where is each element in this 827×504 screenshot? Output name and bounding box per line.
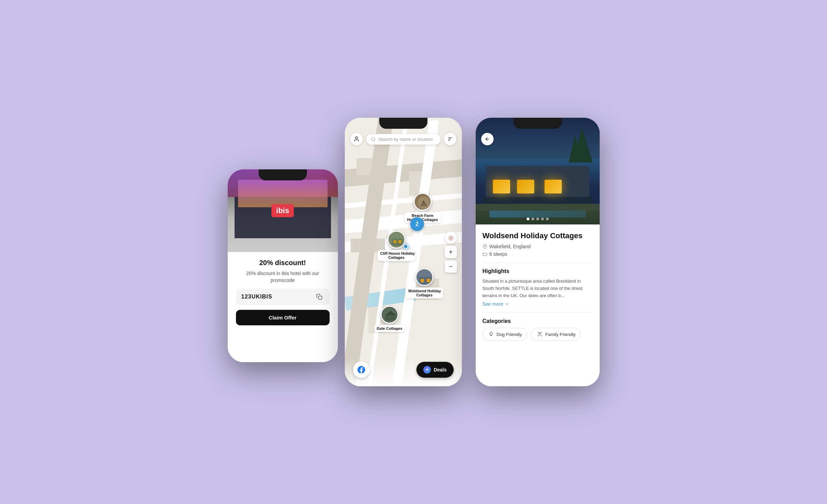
filter-button[interactable] <box>444 133 456 145</box>
deals-label: Deals <box>434 367 446 372</box>
facebook-button[interactable] <box>353 361 370 378</box>
phone-ibis: ibis 20% discount! 20% discount in Ibis … <box>228 169 338 362</box>
ibis-card-content: 20% discount! 20% discount in Ibis hotel… <box>228 252 338 332</box>
map-controls: ◎ + − <box>445 231 457 273</box>
map-pin-gate-cottages[interactable]: Gate Cottages <box>374 306 405 332</box>
pin-image-woldsend <box>415 268 433 286</box>
chevron-down-icon <box>505 302 509 306</box>
location-text: Wakefield, England <box>489 244 531 249</box>
categories-row: Dog Friendly <box>483 328 593 341</box>
app-scene: ibis 20% discount! 20% discount in Ibis … <box>0 0 827 504</box>
copy-icon[interactable] <box>314 292 324 302</box>
search-icon <box>371 137 376 141</box>
detail-hero <box>476 118 600 224</box>
zoom-in-button[interactable]: + <box>445 246 457 258</box>
facebook-icon <box>358 366 365 374</box>
dot-2 <box>531 218 534 220</box>
filter-icon <box>447 136 453 142</box>
svg-rect-16 <box>421 279 424 282</box>
svg-rect-0 <box>318 296 322 300</box>
pin-image-beach-farm <box>414 193 432 211</box>
notch-ibis <box>259 169 307 180</box>
dot-1 <box>527 218 529 220</box>
map-pin-cliff-house[interactable]: Cliff House HolidayCottages <box>378 231 415 261</box>
map-header: Search by name or location <box>345 118 462 149</box>
dot-4 <box>541 218 544 220</box>
back-button[interactable] <box>481 133 494 145</box>
ibis-card: ibis 20% discount! 20% discount in Ibis … <box>228 169 338 362</box>
category-dog-friendly: Dog Friendly <box>483 328 527 341</box>
search-placeholder: Search by name or location <box>379 137 436 142</box>
location-icon <box>483 244 487 249</box>
search-bar[interactable]: Search by name or location <box>366 134 441 145</box>
ibis-logo: ibis <box>271 204 294 217</box>
pin-label-cliff-house: Cliff House HolidayCottages <box>378 250 415 261</box>
svg-point-21 <box>484 245 486 247</box>
section-divider-2 <box>483 312 593 313</box>
svg-line-3 <box>374 140 375 141</box>
dog-icon <box>488 331 495 338</box>
svg-point-26 <box>540 332 541 333</box>
svg-rect-22 <box>483 253 487 256</box>
highlights-title: Highlights <box>483 268 593 274</box>
svg-rect-19 <box>385 315 396 321</box>
property-title: Woldsend Holiday Cottages <box>483 231 593 240</box>
see-more-label: See more <box>483 301 504 307</box>
phone-detail: Woldsend Holiday Cottages Wakefield, Eng… <box>476 118 600 386</box>
svg-point-25 <box>538 332 539 333</box>
sleeps-row: 6 sleeps <box>483 251 593 257</box>
map-pin-woldsend[interactable]: Woldsend HolidayCottages <box>405 268 443 298</box>
family-friendly-label: Family Friendly <box>545 332 576 337</box>
svg-rect-17 <box>427 279 430 282</box>
highlights-text: Situated in a picturesque area called Br… <box>483 278 593 299</box>
detail-content: Woldsend Holiday Cottages Wakefield, Eng… <box>476 224 600 386</box>
svg-rect-13 <box>399 240 401 243</box>
profile-button[interactable] <box>350 133 363 145</box>
compass-button[interactable]: ◎ <box>445 231 457 244</box>
category-family-friendly: Family Friendly <box>531 328 581 341</box>
ibis-discount-title: 20% discount! <box>259 259 306 267</box>
bed-icon <box>483 252 487 256</box>
svg-point-24 <box>491 335 492 336</box>
promo-code-row: 123UKIBIS <box>236 288 330 305</box>
svg-rect-11 <box>392 239 403 245</box>
pin-label-woldsend: Woldsend HolidayCottages <box>405 287 443 298</box>
location-row: Wakefield, England <box>483 244 593 249</box>
property-hero-image <box>476 118 600 224</box>
map-bottom-nav: ✦ Deals <box>345 359 462 386</box>
map-screen: Search by name or location <box>345 118 462 386</box>
pin-label-gate-cottages: Gate Cottages <box>374 325 405 332</box>
svg-point-27 <box>539 334 540 334</box>
map-cluster-badge[interactable]: 2 <box>410 217 424 231</box>
image-dots-indicator <box>527 218 549 220</box>
zoom-out-button[interactable]: − <box>445 260 457 273</box>
svg-point-2 <box>371 137 374 140</box>
categories-title: Categories <box>483 318 593 324</box>
ibis-discount-subtitle: 20% discount in Ibis hotel with our prom… <box>236 270 330 284</box>
pin-image-gate-cottages <box>381 306 399 324</box>
family-icon <box>536 331 543 338</box>
section-divider-1 <box>483 262 593 263</box>
svg-point-1 <box>355 137 358 139</box>
svg-rect-12 <box>394 240 396 243</box>
svg-rect-9 <box>422 203 426 206</box>
categories-section: Categories Dog Frien <box>483 318 593 341</box>
pin-image-cliff-house <box>387 231 405 249</box>
ibis-canopy <box>238 180 328 207</box>
see-more-button[interactable]: See more <box>483 301 593 307</box>
ibis-hero-image: ibis <box>228 169 338 252</box>
deals-button[interactable]: ✦ Deals <box>416 362 453 378</box>
promo-code-text: 123UKIBIS <box>241 294 272 300</box>
map-pin-beach-farm[interactable]: Beach FarmHoliday Cottages <box>404 193 441 223</box>
dot-5 <box>546 218 549 220</box>
notch-detail <box>514 118 562 129</box>
claim-offer-button[interactable]: Claim Offer <box>236 310 330 325</box>
deals-icon: ✦ <box>423 366 431 374</box>
svg-point-23 <box>490 335 491 336</box>
dot-3 <box>536 218 539 220</box>
dog-friendly-label: Dog Friendly <box>497 332 522 337</box>
sleeps-text: 6 sleeps <box>489 251 507 257</box>
detail-screen: Woldsend Holiday Cottages Wakefield, Eng… <box>476 118 600 386</box>
back-arrow-icon <box>485 136 490 142</box>
phone-map: Search by name or location <box>345 118 462 386</box>
